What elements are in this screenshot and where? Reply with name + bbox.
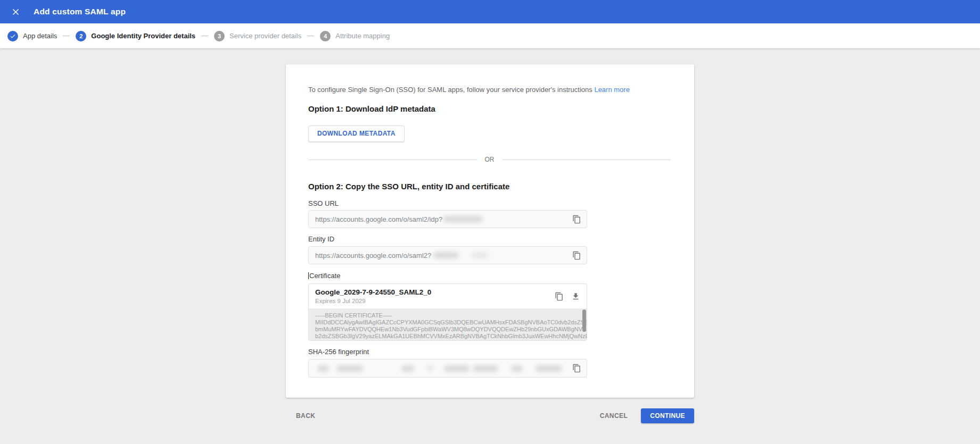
entity-id-value: https://accounts.google.com/o/saml2?	[315, 252, 431, 259]
dialog-title: Add custom SAML app	[34, 7, 126, 16]
redacted-blur	[511, 365, 523, 372]
step-1-label: App details	[23, 32, 57, 40]
entity-id-field: https://accounts.google.com/o/saml2?	[308, 246, 587, 264]
step-4-label: Attribute mapping	[335, 32, 390, 40]
step-separator	[201, 36, 208, 36]
back-button[interactable]: BACK	[296, 412, 315, 420]
pem-line: b2dsZSBGb3IgV29yazELMAkGA1UEBhMCVVMxEzAR…	[315, 333, 575, 340]
option1-heading: Option 1: Download IdP metadata	[308, 104, 435, 113]
sso-url-field: https://accounts.google.com/o/saml2/idp?	[308, 210, 587, 228]
step-3-circle: 3	[214, 31, 225, 41]
step-service-provider-details[interactable]: 3 Service provider details	[214, 31, 301, 41]
copy-entity-id-button[interactable]	[572, 251, 581, 260]
redacted-blur	[443, 216, 483, 222]
pem-line: bmMuMRYwFAYDVQQHEw1Nb3VudGFpbiBWaWV3MQ8w…	[315, 326, 575, 333]
certificate-scrollbar[interactable]	[582, 309, 586, 332]
redacted-blur	[336, 365, 363, 372]
download-icon	[571, 292, 580, 301]
copy-icon	[555, 292, 564, 301]
copy-icon	[572, 251, 581, 260]
redacted-blur	[444, 365, 470, 372]
step-google-idp-details[interactable]: 2 Google Identity Provider details	[76, 31, 195, 41]
step-separator	[307, 36, 314, 36]
certificate-header: Google_2029-7-9-24550_SAML2_0 Expires 9 …	[309, 284, 587, 308]
step-2-label: Google Identity Provider details	[91, 32, 195, 40]
certificate-label: Certificate	[308, 272, 341, 280]
sso-url-value: https://accounts.google.com/o/saml2/idp?	[315, 215, 442, 223]
certificate-name: Google_2029-7-9-24550_SAML2_0	[315, 288, 431, 296]
entity-id-label: Entity ID	[308, 235, 334, 243]
footer-actions: BACK CANCEL CONTINUE	[286, 407, 694, 424]
download-metadata-button[interactable]: DOWNLOAD METADATA	[308, 125, 405, 142]
redacted-blur	[536, 365, 562, 372]
or-divider: OR	[308, 156, 671, 163]
step-3-label: Service provider details	[229, 32, 301, 40]
copy-sha256-button[interactable]	[572, 364, 581, 373]
copy-certificate-button[interactable]	[555, 292, 564, 301]
certificate-info: Google_2029-7-9-24550_SAML2_0 Expires 9 …	[315, 288, 431, 304]
copy-icon	[572, 364, 581, 373]
divider-label: OR	[485, 156, 495, 163]
redacted-blur	[317, 365, 329, 372]
sha256-fingerprint-label: SHA-256 fingerprint	[308, 348, 369, 356]
intro-text: To configure Single Sign-On (SSO) for SA…	[308, 86, 630, 94]
step-app-details[interactable]: App details	[7, 31, 57, 41]
titlebar: Add custom SAML app	[0, 0, 980, 23]
sso-url-label: SSO URL	[308, 199, 339, 207]
close-icon	[11, 7, 21, 17]
divider-line	[308, 160, 477, 160]
close-button[interactable]	[9, 5, 22, 19]
text-caret	[308, 272, 309, 279]
pem-line: MIIDdDCCAlygAwIBAgIGAZCcCPYXMA0GCSqGSIb3…	[315, 319, 575, 326]
step-attribute-mapping[interactable]: 4 Attribute mapping	[320, 31, 390, 41]
sha256-fingerprint-field	[308, 359, 587, 378]
download-certificate-button[interactable]	[571, 292, 580, 301]
check-icon	[10, 33, 16, 39]
intro-text-body: To configure Single Sign-On (SSO) for SA…	[308, 86, 592, 94]
stepper: App details 2 Google Identity Provider d…	[0, 23, 980, 48]
copy-icon	[572, 215, 581, 224]
option2-heading: Option 2: Copy the SSO URL, entity ID an…	[308, 182, 509, 191]
redacted-blur	[473, 365, 498, 372]
step-separator	[63, 36, 70, 36]
redacted-blur	[471, 252, 489, 258]
certificate-label-text: Certificate	[309, 272, 341, 280]
redacted-blur	[433, 252, 459, 258]
continue-button[interactable]: CONTINUE	[641, 408, 694, 423]
cancel-button[interactable]: CANCEL	[600, 412, 628, 420]
step-2-circle: 2	[76, 31, 86, 41]
certificate-box: Google_2029-7-9-24550_SAML2_0 Expires 9 …	[308, 283, 587, 341]
certificate-expiry: Expires 9 Jul 2029	[315, 298, 431, 304]
step-1-circle	[7, 31, 18, 41]
idp-details-card: To configure Single Sign-On (SSO) for SA…	[286, 64, 694, 398]
copy-sso-url-button[interactable]	[572, 215, 581, 224]
learn-more-link[interactable]: Learn more	[594, 86, 629, 94]
certificate-pem-area[interactable]: -----BEGIN CERTIFICATE----- MIIDdDCCAlyg…	[309, 308, 587, 340]
pem-line: -----BEGIN CERTIFICATE-----	[315, 312, 575, 319]
divider-line	[502, 160, 671, 160]
redacted-blur	[427, 365, 433, 372]
step-4-circle: 4	[320, 31, 331, 41]
redacted-blur	[401, 365, 414, 372]
